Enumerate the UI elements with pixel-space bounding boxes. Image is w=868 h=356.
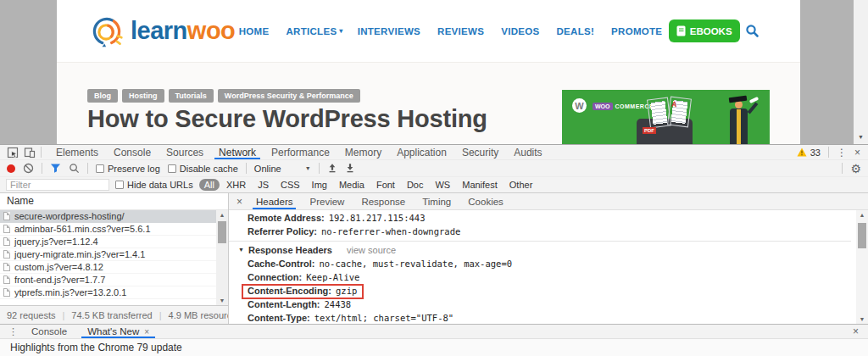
tag-badge[interactable]: Hosting [122,89,164,103]
type-filter-chip[interactable]: JS [253,179,274,191]
divider [828,147,829,158]
request-row[interactable]: custom.js?ver=4.8.12 [0,261,228,274]
nav-link[interactable]: REVIEWS [437,26,487,36]
scrollbar-thumb[interactable] [218,221,226,243]
checkbox[interactable] [96,164,104,173]
warning-count[interactable]: 33 [797,147,821,158]
nav-link[interactable]: VIDEOS [501,26,542,36]
request-row[interactable]: ytprefs.min.js?ver=13.2.0.1 [0,286,228,299]
inspect-element-icon[interactable] [7,147,19,159]
request-row[interactable]: jquery-migrate.min.js?ver=1.4.1 [0,248,228,261]
details-tab[interactable]: Preview [301,193,353,209]
devtools-tab[interactable]: Network [211,145,264,159]
type-filter-chip[interactable]: All [199,179,220,191]
drawer-tabbar: ⋮ Console What's New× × [0,325,868,339]
filter-funnel-icon[interactable] [50,163,61,174]
nav-link-label: HOME [239,26,270,36]
drawer-close-icon[interactable]: × [853,325,868,338]
disable-cache-checkbox[interactable]: Disable cache [168,164,238,174]
device-toolbar-icon[interactable] [24,147,36,159]
nav-link[interactable]: INTERVIEWS [358,26,423,36]
scroll-down-icon[interactable]: ▼ [854,134,868,140]
type-filter-chip[interactable]: WS [430,179,455,191]
header-value: text/html; charset="UTF-8" [314,313,453,323]
clear-icon[interactable] [23,163,34,174]
details-scrollbar[interactable]: ▲ ▼ [856,210,868,324]
drawer-tab[interactable]: What's New× [80,325,157,338]
scroll-down-icon[interactable]: ▼ [856,316,868,322]
drawer-menu-icon[interactable]: ⋮ [3,325,24,338]
drawer-tab[interactable]: Console [24,325,80,338]
details-tab[interactable]: Timing [414,193,459,209]
filter-input[interactable] [6,179,109,191]
response-headers-section[interactable]: ▼ Response Headers view source [238,243,851,257]
nav-link-label: DEALS! [556,26,594,36]
scroll-down-icon[interactable]: ▼ [216,298,228,303]
request-row[interactable]: jquery.js?ver=1.12.4 [0,236,228,248]
browser-page-scrollbar[interactable]: ▼ [854,0,868,144]
import-har-icon[interactable] [327,163,337,174]
checkbox[interactable] [168,164,176,173]
woocommerce-ad-banner[interactable]: W WOO COMMERCE A PDF [562,90,770,145]
scroll-up-icon[interactable]: ▲ [216,212,228,218]
type-filter-chip[interactable]: Other [504,179,538,191]
request-row[interactable]: front-end.js?ver=1.7.7 [0,274,228,286]
divider [319,163,320,174]
nav-link[interactable]: DEALS! [556,26,597,36]
search-icon[interactable] [69,163,80,174]
type-filter-chip[interactable]: Media [334,179,370,191]
header-key: Cache-Control: [248,259,314,269]
requests-panel: Name secure-wordpress-hosting/ adminbar-… [0,193,229,324]
devtools-tab[interactable]: Memory [337,145,389,159]
export-har-icon[interactable] [345,163,355,174]
type-filter-chip[interactable]: Img [307,179,332,191]
ebooks-button[interactable]: EBOOKS [669,19,740,42]
details-tab[interactable]: Cookies [459,193,512,209]
close-details-icon[interactable]: × [231,193,248,209]
triangle-down-icon[interactable]: ▼ [238,243,244,257]
site-logo[interactable]: learnwoo [89,14,235,49]
type-filter-chip[interactable]: XHR [221,179,251,191]
devtools-tab[interactable]: Audits [506,145,549,159]
whats-new-message[interactable]: Highlights from the Chrome 79 update [10,342,182,353]
devtools-menu-icon[interactable]: ⋮ [837,147,847,158]
name-column-header[interactable]: Name [0,193,228,210]
request-row[interactable]: adminbar-561.min.css?ver=5.6.1 [0,223,228,236]
nav-link[interactable]: HOME [239,26,272,36]
site-search-button[interactable] [745,24,760,38]
scroll-up-icon[interactable]: ▲ [856,212,868,218]
type-filter-chip[interactable]: CSS [275,179,305,191]
type-filter-chip[interactable]: Font [371,179,400,191]
tag-badge[interactable]: Blog [87,89,118,103]
devtools-tab[interactable]: Sources [159,145,211,159]
devtools-tab[interactable]: Application [389,145,454,159]
request-row[interactable]: secure-wordpress-hosting/ [0,210,228,223]
type-filter-chip[interactable]: Doc [402,179,429,191]
divider [42,163,42,174]
network-toolbar: Preserve log Disable cache Online ▼ ⚙ [0,160,868,177]
gear-icon[interactable]: ⚙ [850,163,861,175]
header-row: Content-Type:text/html; charset="UTF-8" [248,311,851,324]
view-source-link[interactable]: view source [347,243,396,257]
details-tab[interactable]: Response [353,193,414,209]
devtools-tab[interactable]: Elements [48,145,106,159]
record-button[interactable] [7,164,15,173]
scrollbar-thumb[interactable] [858,223,866,248]
devtools-tab[interactable]: Security [454,145,506,159]
throttling-dropdown[interactable]: Online ▼ [254,164,311,174]
tag-badge[interactable]: Tutorials [169,89,214,103]
preserve-log-checkbox[interactable]: Preserve log [96,164,160,174]
devtools-left-icons [3,145,45,159]
requests-scrollbar[interactable]: ▲ ▼ [216,210,228,305]
devtools-close-icon[interactable]: × [854,147,860,158]
nav-link[interactable]: ARTICLES▾ [286,26,342,36]
nav-link[interactable]: PROMOTE [611,26,665,36]
devtools-tab[interactable]: Performance [264,145,337,159]
tab-close-icon[interactable]: × [144,327,149,337]
details-tab[interactable]: Headers [248,193,301,209]
hide-data-urls-checkbox[interactable]: Hide data URLs [115,180,193,190]
tag-badge[interactable]: WordPress Security & Performance [218,89,360,103]
type-filter-chip[interactable]: Manifest [457,179,503,191]
checkbox[interactable] [115,181,124,189]
devtools-tab[interactable]: Console [106,145,159,159]
